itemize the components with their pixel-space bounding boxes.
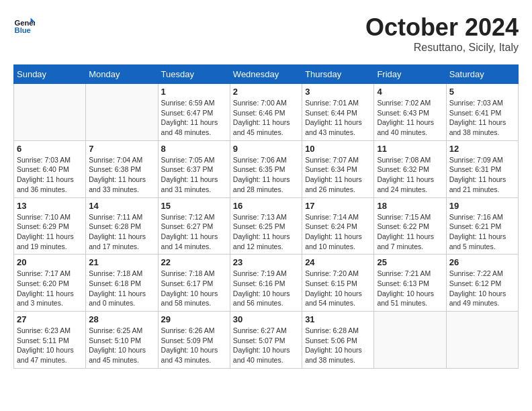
day-number: 25 — [377, 257, 443, 267]
svg-text:Blue: Blue — [15, 26, 31, 34]
day-info: Sunrise: 7:01 AMSunset: 6:44 PMDaylight:… — [305, 98, 371, 138]
day-info: Sunrise: 6:25 AMSunset: 5:10 PMDaylight:… — [89, 326, 154, 365]
calendar-cell — [374, 312, 446, 369]
weekday-header: Thursday — [302, 65, 374, 84]
day-info: Sunrise: 7:22 AMSunset: 6:12 PMDaylight:… — [449, 269, 515, 308]
calendar-cell: 20Sunrise: 7:17 AMSunset: 6:20 PMDayligh… — [14, 255, 86, 312]
day-info: Sunrise: 7:02 AMSunset: 6:43 PMDaylight:… — [377, 98, 443, 138]
day-info: Sunrise: 6:28 AMSunset: 5:06 PMDaylight:… — [305, 326, 371, 365]
calendar-week-row: 20Sunrise: 7:17 AMSunset: 6:20 PMDayligh… — [14, 255, 519, 312]
calendar-header-row: SundayMondayTuesdayWednesdayThursdayFrid… — [14, 65, 519, 84]
weekday-header: Wednesday — [230, 65, 302, 84]
calendar-cell: 12Sunrise: 7:09 AMSunset: 6:31 PMDayligh… — [446, 140, 518, 197]
day-info: Sunrise: 7:05 AMSunset: 6:37 PMDaylight:… — [161, 155, 227, 195]
day-info: Sunrise: 7:13 AMSunset: 6:25 PMDaylight:… — [233, 212, 299, 252]
day-info: Sunrise: 7:14 AMSunset: 6:24 PMDaylight:… — [305, 212, 371, 252]
calendar-cell: 16Sunrise: 7:13 AMSunset: 6:25 PMDayligh… — [230, 197, 302, 255]
day-info: Sunrise: 7:04 AMSunset: 6:38 PMDaylight:… — [89, 155, 154, 195]
calendar-cell — [446, 312, 518, 369]
calendar-week-row: 27Sunrise: 6:23 AMSunset: 5:11 PMDayligh… — [14, 312, 519, 369]
day-number: 26 — [449, 257, 515, 267]
day-info: Sunrise: 7:11 AMSunset: 6:28 PMDaylight:… — [89, 212, 154, 252]
day-number: 11 — [377, 144, 443, 154]
day-number: 9 — [233, 144, 299, 154]
day-info: Sunrise: 7:20 AMSunset: 6:15 PMDaylight:… — [305, 269, 371, 308]
day-info: Sunrise: 7:15 AMSunset: 6:22 PMDaylight:… — [377, 212, 443, 252]
weekday-header: Friday — [374, 65, 446, 84]
calendar-cell: 4Sunrise: 7:02 AMSunset: 6:43 PMDaylight… — [374, 84, 446, 141]
day-info: Sunrise: 7:10 AMSunset: 6:29 PMDaylight:… — [17, 212, 83, 252]
day-info: Sunrise: 6:59 AMSunset: 6:47 PMDaylight:… — [161, 98, 227, 138]
calendar-cell: 8Sunrise: 7:05 AMSunset: 6:37 PMDaylight… — [158, 140, 230, 197]
logo: General Blue — [13, 13, 35, 35]
day-number: 6 — [17, 144, 83, 154]
day-info: Sunrise: 7:07 AMSunset: 6:34 PMDaylight:… — [305, 155, 371, 195]
calendar-cell: 5Sunrise: 7:03 AMSunset: 6:41 PMDaylight… — [446, 84, 518, 141]
calendar-cell: 15Sunrise: 7:12 AMSunset: 6:27 PMDayligh… — [158, 197, 230, 255]
day-info: Sunrise: 7:17 AMSunset: 6:20 PMDaylight:… — [17, 269, 83, 308]
calendar-cell: 21Sunrise: 7:18 AMSunset: 6:18 PMDayligh… — [86, 255, 158, 312]
calendar-cell: 1Sunrise: 6:59 AMSunset: 6:47 PMDaylight… — [158, 84, 230, 141]
calendar-cell: 3Sunrise: 7:01 AMSunset: 6:44 PMDaylight… — [302, 84, 374, 141]
calendar-cell: 25Sunrise: 7:21 AMSunset: 6:13 PMDayligh… — [374, 255, 446, 312]
calendar-cell: 9Sunrise: 7:06 AMSunset: 6:35 PMDaylight… — [230, 140, 302, 197]
title-block: October 2024 Resuttano, Sicily, Italy — [365, 13, 519, 54]
calendar-table: SundayMondayTuesdayWednesdayThursdayFrid… — [13, 64, 519, 369]
day-number: 1 — [161, 87, 227, 97]
day-number: 23 — [233, 257, 299, 267]
calendar-cell: 22Sunrise: 7:18 AMSunset: 6:17 PMDayligh… — [158, 255, 230, 312]
calendar-week-row: 13Sunrise: 7:10 AMSunset: 6:29 PMDayligh… — [14, 197, 519, 255]
calendar-cell: 13Sunrise: 7:10 AMSunset: 6:29 PMDayligh… — [14, 197, 86, 255]
day-number: 13 — [17, 201, 83, 211]
calendar-cell: 11Sunrise: 7:08 AMSunset: 6:32 PMDayligh… — [374, 140, 446, 197]
weekday-header: Sunday — [14, 65, 86, 84]
day-number: 21 — [89, 257, 154, 267]
day-info: Sunrise: 7:03 AMSunset: 6:41 PMDaylight:… — [449, 98, 515, 138]
day-number: 5 — [449, 87, 515, 97]
calendar-week-row: 1Sunrise: 6:59 AMSunset: 6:47 PMDaylight… — [14, 84, 519, 141]
day-info: Sunrise: 7:09 AMSunset: 6:31 PMDaylight:… — [449, 155, 515, 195]
day-number: 31 — [305, 314, 371, 324]
day-number: 16 — [233, 201, 299, 211]
day-number: 28 — [89, 314, 154, 324]
day-number: 3 — [305, 87, 371, 97]
day-number: 2 — [233, 87, 299, 97]
day-info: Sunrise: 7:03 AMSunset: 6:40 PMDaylight:… — [17, 155, 83, 195]
page-header: General Blue October 2024 Resuttano, Sic… — [13, 13, 519, 54]
calendar-cell: 18Sunrise: 7:15 AMSunset: 6:22 PMDayligh… — [374, 197, 446, 255]
day-info: Sunrise: 7:08 AMSunset: 6:32 PMDaylight:… — [377, 155, 443, 195]
calendar-cell: 19Sunrise: 7:16 AMSunset: 6:21 PMDayligh… — [446, 197, 518, 255]
day-number: 18 — [377, 201, 443, 211]
location-subtitle: Resuttano, Sicily, Italy — [365, 42, 519, 54]
day-number: 19 — [449, 201, 515, 211]
day-number: 14 — [89, 201, 154, 211]
calendar-cell: 7Sunrise: 7:04 AMSunset: 6:38 PMDaylight… — [86, 140, 158, 197]
day-number: 8 — [161, 144, 227, 154]
calendar-week-row: 6Sunrise: 7:03 AMSunset: 6:40 PMDaylight… — [14, 140, 519, 197]
weekday-header: Monday — [86, 65, 158, 84]
calendar-cell — [86, 84, 158, 141]
calendar-cell: 17Sunrise: 7:14 AMSunset: 6:24 PMDayligh… — [302, 197, 374, 255]
day-number: 7 — [89, 144, 154, 154]
weekday-header: Tuesday — [158, 65, 230, 84]
day-info: Sunrise: 7:12 AMSunset: 6:27 PMDaylight:… — [161, 212, 227, 252]
day-info: Sunrise: 7:06 AMSunset: 6:35 PMDaylight:… — [233, 155, 299, 195]
day-info: Sunrise: 6:26 AMSunset: 5:09 PMDaylight:… — [161, 326, 227, 365]
day-number: 15 — [161, 201, 227, 211]
day-number: 20 — [17, 257, 83, 267]
calendar-cell: 14Sunrise: 7:11 AMSunset: 6:28 PMDayligh… — [86, 197, 158, 255]
calendar-cell: 30Sunrise: 6:27 AMSunset: 5:07 PMDayligh… — [230, 312, 302, 369]
logo-icon: General Blue — [13, 13, 35, 35]
day-number: 22 — [161, 257, 227, 267]
day-info: Sunrise: 7:19 AMSunset: 6:16 PMDaylight:… — [233, 269, 299, 308]
day-number: 30 — [233, 314, 299, 324]
day-info: Sunrise: 7:21 AMSunset: 6:13 PMDaylight:… — [377, 269, 443, 308]
day-info: Sunrise: 7:16 AMSunset: 6:21 PMDaylight:… — [449, 212, 515, 252]
calendar-cell: 31Sunrise: 6:28 AMSunset: 5:06 PMDayligh… — [302, 312, 374, 369]
day-number: 27 — [17, 314, 83, 324]
day-number: 4 — [377, 87, 443, 97]
calendar-cell: 24Sunrise: 7:20 AMSunset: 6:15 PMDayligh… — [302, 255, 374, 312]
calendar-cell — [14, 84, 86, 141]
calendar-cell: 26Sunrise: 7:22 AMSunset: 6:12 PMDayligh… — [446, 255, 518, 312]
weekday-header: Saturday — [446, 65, 518, 84]
